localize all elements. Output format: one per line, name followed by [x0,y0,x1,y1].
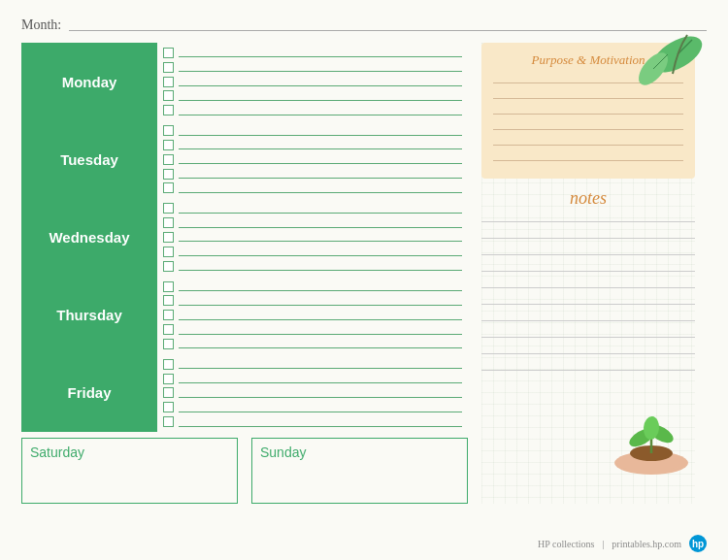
task-underline[interactable] [179,281,462,291]
tuesday-label: Tuesday [21,120,157,198]
task-line [163,310,462,320]
task-checkbox[interactable] [163,295,174,306]
monday-label: Monday [21,43,157,120]
wednesday-row: Wednesday [21,198,468,276]
notes-line[interactable] [481,280,695,288]
purpose-line[interactable] [493,122,683,130]
leaf-decoration [619,25,716,103]
sunday-box[interactable]: Sunday [251,438,468,504]
task-underline[interactable] [179,154,462,164]
task-line [163,416,462,427]
saturday-label: Saturday [30,445,229,460]
task-underline[interactable] [179,339,462,348]
notes-line[interactable] [481,363,695,371]
friday-row: Friday [21,354,468,432]
task-underline[interactable] [179,204,462,214]
task-underline[interactable] [179,140,462,149]
task-underline[interactable] [179,183,462,193]
task-checkbox[interactable] [163,125,174,136]
task-checkbox[interactable] [163,281,174,292]
task-underline[interactable] [179,374,462,383]
plant-decoration [608,407,695,475]
task-checkbox[interactable] [163,416,174,427]
footer: HP collections | printables.hp.com hp [538,535,707,552]
task-checkbox[interactable] [163,387,174,398]
task-underline[interactable] [179,48,462,57]
task-checkbox[interactable] [163,359,174,370]
task-underline[interactable] [179,91,462,101]
task-underline[interactable] [179,247,462,256]
task-line [163,125,462,136]
task-checkbox[interactable] [163,48,174,58]
task-underline[interactable] [179,62,462,72]
notes-line[interactable] [481,313,695,321]
notes-line[interactable] [481,297,695,305]
task-underline[interactable] [179,417,462,427]
task-line [163,90,462,101]
thursday-label: Thursday [21,277,157,354]
tuesday-tasks [157,120,468,198]
notes-line[interactable] [481,231,695,239]
notes-line[interactable] [481,247,695,255]
task-underline[interactable] [179,261,462,271]
notes-line[interactable] [481,346,695,354]
task-checkbox[interactable] [163,203,174,214]
task-checkbox[interactable] [163,169,174,180]
month-row: Month: [21,17,707,33]
task-checkbox[interactable] [163,182,174,193]
task-checkbox[interactable] [163,310,174,320]
task-line [163,169,462,180]
task-checkbox[interactable] [163,140,174,150]
task-line [163,140,462,150]
task-checkbox[interactable] [163,324,174,335]
notes-line[interactable] [481,264,695,272]
notes-line[interactable] [481,214,695,222]
task-underline[interactable] [179,311,462,320]
task-line [163,387,462,398]
weekly-planner-page: Month: Monday Tuesday [0,0,728,560]
task-checkbox[interactable] [163,90,174,101]
task-line [163,374,462,384]
month-input-line[interactable] [69,19,707,31]
task-line [163,154,462,165]
thursday-row: Thursday [21,277,468,354]
task-underline[interactable] [179,388,462,398]
task-underline[interactable] [179,126,462,136]
notes-line[interactable] [481,330,695,338]
task-checkbox[interactable] [163,374,174,384]
task-underline[interactable] [179,232,462,242]
task-line [163,402,462,412]
task-underline[interactable] [179,359,462,369]
task-checkbox[interactable] [163,339,174,349]
purpose-line[interactable] [493,153,683,161]
task-underline[interactable] [179,296,462,306]
saturday-box[interactable]: Saturday [21,438,238,504]
task-line [163,295,462,306]
task-line [163,281,462,292]
task-checkbox[interactable] [163,62,174,73]
task-line [163,182,462,193]
task-checkbox[interactable] [163,261,174,272]
task-checkbox[interactable] [163,154,174,165]
task-underline[interactable] [179,218,462,228]
task-line [163,62,462,73]
purpose-line[interactable] [493,138,683,146]
monday-row: Monday [21,43,468,120]
task-underline[interactable] [179,77,462,86]
task-checkbox[interactable] [163,232,174,243]
task-checkbox[interactable] [163,402,174,412]
task-checkbox[interactable] [163,247,174,257]
weekdays-column: Monday Tuesday [21,43,468,504]
purpose-line[interactable] [493,107,683,115]
friday-tasks [157,354,468,432]
task-underline[interactable] [179,403,462,412]
task-line [163,359,462,370]
monday-tasks [157,43,468,120]
task-checkbox[interactable] [163,105,174,115]
thursday-tasks [157,277,468,354]
task-underline[interactable] [179,169,462,179]
task-underline[interactable] [179,106,462,115]
task-checkbox[interactable] [163,217,174,228]
task-checkbox[interactable] [163,77,174,87]
task-underline[interactable] [179,325,462,335]
